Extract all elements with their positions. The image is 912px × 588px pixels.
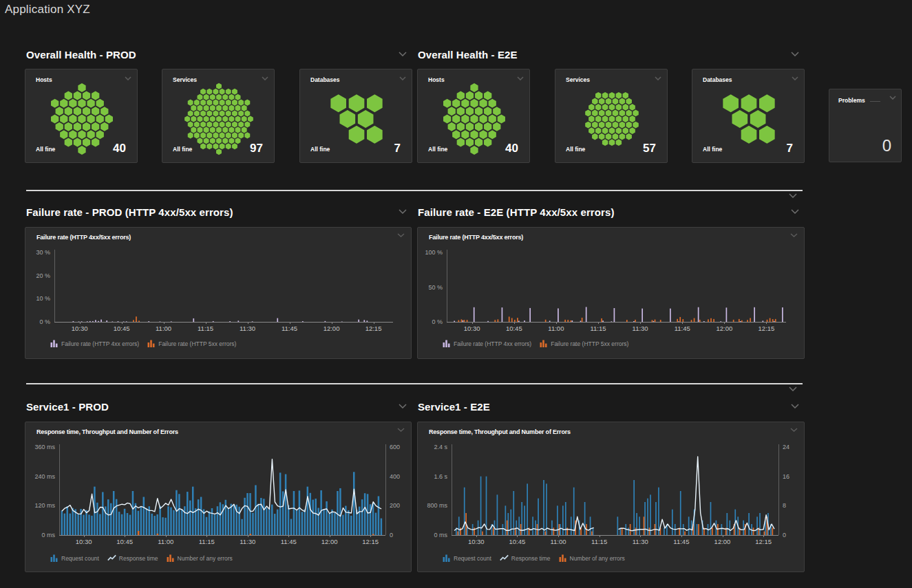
health-tile-databases-e2e[interactable]: DatabasesAll fine7 [692, 69, 805, 163]
x-axis-tick-label: 12:15 [362, 538, 379, 545]
x-axis-tick-label: 11:30 [240, 325, 255, 332]
x-axis-tick-label: 10:45 [116, 538, 133, 545]
chevron-down-icon[interactable] [791, 209, 799, 214]
chevron-down-icon[interactable] [399, 404, 407, 409]
legend-label: Failure rate (HTTP 4xx errors) [61, 340, 139, 347]
problems-tile-title: Problems [838, 97, 865, 104]
chart-plot: 0 %10 %20 %30 %10:3010:4511:0011:1511:30… [25, 228, 411, 358]
section-title: Service1 - PROD [26, 401, 109, 413]
section-title: Failure rate - E2E (HTTP 4xx/5xx errors) [418, 206, 615, 218]
health-tile-status: All fine [36, 146, 55, 153]
y-axis-tick-label: 360 ms [34, 444, 55, 450]
legend-item[interactable]: Response time [500, 554, 551, 562]
health-tile-hosts-e2e[interactable]: HostsAll fine40 [417, 69, 530, 163]
chart-tile-service-e2e[interactable]: Response time, Throughput and Number of … [417, 422, 805, 572]
chart-legend: Request countResponse timeNumber of any … [443, 554, 625, 562]
health-tile-services-prod[interactable]: ServicesAll fine97 [162, 69, 275, 163]
chart-legend: Request countResponse timeNumber of any … [50, 554, 233, 562]
bar-series-icon [559, 554, 567, 562]
legend-item[interactable]: Number of any errors [167, 554, 233, 562]
health-tile-count: 7 [787, 142, 793, 155]
section-title: Service1 - E2E [418, 401, 490, 413]
health-tile-services-e2e[interactable]: ServicesAll fine57 [555, 69, 668, 163]
chart-tile-failure-e2e[interactable]: Failure rate (HTTP 4xx/5xx errors)0 %50 … [417, 227, 805, 359]
x-axis-tick-label: 11:15 [198, 325, 213, 332]
bar-series-icon [540, 340, 548, 347]
health-tile-hosts-prod[interactable]: HostsAll fine40 [25, 69, 138, 163]
y-axis-tick-label: 100 % [425, 249, 443, 256]
bar-series-icon [50, 554, 59, 562]
chevron-down-icon[interactable] [789, 386, 797, 391]
bar-series [456, 477, 772, 535]
section-header-service1-prod: Service1 - PROD [26, 401, 412, 415]
y-axis-right-tick-label: 24 [783, 444, 789, 450]
y-axis-tick-label: 800 ms [427, 502, 447, 509]
health-tile-status: All fine [703, 146, 722, 153]
line-series [62, 459, 381, 516]
chart-plot: 0 ms120 ms240 ms360 ms020040060010:3010:… [25, 422, 411, 571]
x-axis-tick-label: 11:30 [633, 325, 648, 332]
problems-count: 0 [882, 136, 891, 155]
x-axis-tick-label: 11:30 [633, 538, 648, 545]
x-axis-tick-label: 12:15 [365, 325, 382, 332]
legend-item[interactable]: Failure rate (HTTP 4xx errors) [50, 340, 139, 347]
x-axis-tick-label: 11:30 [240, 538, 255, 545]
health-tile-status: All fine [566, 146, 585, 153]
legend-item[interactable]: Failure rate (HTTP 4xx errors) [443, 340, 531, 347]
legend-item[interactable]: Failure rate (HTTP 5xx errors) [147, 340, 236, 347]
y-axis-tick-label: 120 ms [34, 502, 55, 509]
chevron-down-icon[interactable] [791, 52, 799, 56]
line-series [454, 457, 774, 531]
x-axis-tick-label: 11:15 [199, 538, 215, 545]
health-tile-databases-prod[interactable]: DatabasesAll fine7 [299, 69, 412, 163]
y-axis-tick-label: 30 % [36, 249, 50, 256]
y-axis-tick-label: 10 % [36, 295, 50, 302]
x-axis-tick-label: 12:00 [321, 538, 338, 545]
bar-series [133, 316, 140, 322]
x-axis-tick-label: 11:00 [548, 325, 564, 332]
x-axis-tick-label: 11:15 [591, 538, 607, 545]
y-axis-tick-label: 240 ms [34, 473, 55, 480]
health-tile-count: 7 [394, 142, 401, 155]
bar-series [458, 316, 776, 322]
health-tile-status: All fine [310, 146, 330, 153]
divider [26, 190, 803, 191]
health-tile-count: 57 [643, 142, 656, 155]
legend-item[interactable]: Response time [107, 554, 158, 562]
x-axis-tick-label: 10:30 [72, 325, 88, 332]
divider [26, 383, 803, 384]
x-axis-tick-label: 11:45 [281, 538, 297, 545]
x-axis-tick-label: 10:30 [464, 325, 480, 332]
y-axis-right-tick-label: 200 [390, 502, 400, 509]
bar-series [61, 472, 383, 535]
y-axis-tick-label: 0 % [39, 318, 50, 325]
legend-label: Request count [61, 555, 99, 562]
line-series-icon [500, 554, 509, 562]
problems-sparkline-placeholder [870, 101, 880, 102]
x-axis-tick-label: 12:15 [755, 538, 772, 545]
problems-tile[interactable]: Problems 0 [829, 89, 902, 162]
y-axis-right-tick-label: 0 [783, 532, 786, 538]
legend-item[interactable]: Failure rate (HTTP 5xx errors) [540, 340, 628, 347]
legend-item[interactable]: Request count [443, 554, 491, 562]
section-header-service1-e2e: Service1 - E2E [418, 401, 804, 415]
bar-series-icon [443, 340, 451, 347]
legend-label: Failure rate (HTTP 5xx errors) [158, 340, 236, 347]
chevron-down-icon[interactable] [789, 193, 797, 198]
x-axis-tick-label: 10:45 [506, 325, 522, 332]
y-axis-tick-label: 0 % [432, 318, 443, 325]
chart-legend: Failure rate (HTTP 4xx errors)Failure ra… [50, 340, 236, 347]
chart-plot: 0 ms800 ms1.6 s2.4 s08162410:3010:4511:0… [418, 422, 804, 571]
chart-tile-service-prod[interactable]: Response time, Throughput and Number of … [25, 422, 412, 572]
chevron-down-icon[interactable] [791, 404, 799, 409]
x-axis-tick-label: 10:30 [76, 538, 92, 545]
x-axis-tick-label: 12:00 [716, 325, 732, 332]
chevron-down-icon[interactable] [399, 209, 407, 214]
chart-tile-failure-prod[interactable]: Failure rate (HTTP 4xx/5xx errors)0 %10 … [25, 227, 412, 359]
chevron-down-icon[interactable] [399, 52, 407, 56]
chevron-down-icon[interactable] [889, 96, 896, 100]
x-axis-tick-label: 10:30 [468, 538, 485, 545]
legend-item[interactable]: Number of any errors [559, 554, 625, 562]
legend-item[interactable]: Request count [50, 554, 99, 562]
health-tile-status: All fine [173, 146, 192, 153]
